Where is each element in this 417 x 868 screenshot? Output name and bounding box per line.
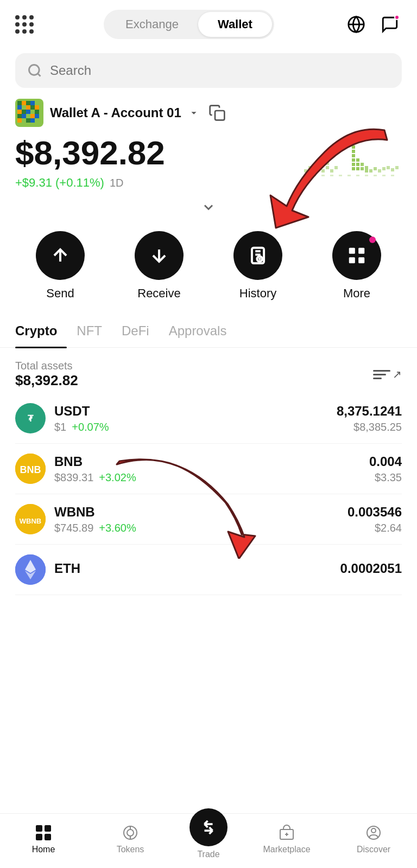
svg-text:WBNB: WBNB bbox=[20, 517, 41, 525]
svg-rect-92 bbox=[45, 834, 51, 840]
messages-button[interactable] bbox=[378, 12, 402, 36]
svg-rect-14 bbox=[17, 110, 22, 114]
list-item[interactable]: ₮ USDT $1 +0.07% 8,375.1241 $8,385.25 bbox=[15, 393, 402, 444]
history-icon bbox=[248, 245, 268, 266]
svg-point-101 bbox=[371, 828, 376, 833]
nav-marketplace-label: Marketplace bbox=[263, 845, 310, 854]
tab-defi[interactable]: DeFi bbox=[112, 323, 159, 347]
svg-rect-64 bbox=[330, 175, 333, 176]
token-logo-eth bbox=[15, 554, 46, 585]
svg-rect-32 bbox=[313, 169, 316, 173]
svg-rect-17 bbox=[30, 110, 35, 114]
trade-button[interactable] bbox=[189, 808, 228, 846]
receive-button[interactable]: Receive bbox=[135, 231, 184, 301]
token-name: WBNB bbox=[54, 505, 339, 520]
svg-rect-52 bbox=[365, 166, 368, 169]
svg-rect-27 bbox=[30, 118, 35, 123]
search-input[interactable] bbox=[50, 63, 390, 78]
tab-nft[interactable]: NFT bbox=[67, 323, 112, 347]
token-name: BNB bbox=[54, 454, 361, 469]
token-change: +3.02% bbox=[99, 471, 136, 484]
assets-header: Total assets $8,392.82 ↗ bbox=[0, 348, 417, 393]
token-usd: $3.35 bbox=[369, 471, 402, 484]
svg-rect-57 bbox=[382, 167, 386, 170]
svg-rect-28 bbox=[35, 118, 39, 123]
nav-trade[interactable]: Trade bbox=[174, 819, 243, 859]
tab-crypto[interactable]: Crypto bbox=[15, 323, 67, 347]
svg-rect-42 bbox=[352, 150, 355, 153]
list-item[interactable]: BNB BNB $839.31 +3.02% 0.004 $3.35 bbox=[15, 444, 402, 494]
svg-rect-89 bbox=[36, 825, 42, 832]
svg-rect-20 bbox=[22, 114, 26, 118]
svg-rect-50 bbox=[361, 163, 364, 166]
sort-arrow-icon: ↗ bbox=[393, 368, 402, 381]
svg-rect-91 bbox=[45, 825, 51, 832]
svg-rect-18 bbox=[35, 110, 39, 114]
token-info-wbnb: WBNB $745.89 +3.60% bbox=[54, 505, 339, 534]
svg-rect-31 bbox=[308, 166, 312, 169]
token-name: USDT bbox=[54, 404, 328, 419]
svg-rect-34 bbox=[321, 169, 325, 173]
tab-approvals[interactable]: Approvals bbox=[159, 323, 237, 347]
trade-icon bbox=[199, 818, 218, 837]
sort-button[interactable]: ↗ bbox=[373, 368, 402, 381]
token-values: 0.003546 $2.64 bbox=[348, 505, 402, 534]
nav-home[interactable]: Home bbox=[0, 824, 87, 854]
token-usd: $8,385.25 bbox=[337, 421, 402, 433]
dropdown-icon[interactable] bbox=[188, 107, 200, 119]
svg-rect-25 bbox=[22, 118, 26, 123]
wallet-tab[interactable]: Wallet bbox=[198, 12, 272, 37]
svg-rect-47 bbox=[356, 158, 359, 162]
token-change: +3.60% bbox=[99, 522, 136, 534]
svg-rect-62 bbox=[313, 175, 316, 176]
svg-rect-68 bbox=[365, 175, 368, 176]
svg-rect-44 bbox=[352, 158, 355, 162]
svg-rect-43 bbox=[352, 154, 355, 157]
more-button[interactable]: More bbox=[332, 231, 381, 301]
svg-rect-60 bbox=[395, 166, 399, 169]
nav-discover[interactable]: Discover bbox=[330, 824, 417, 854]
notification-dot bbox=[394, 15, 400, 20]
svg-rect-35 bbox=[326, 166, 329, 169]
svg-rect-63 bbox=[321, 175, 325, 176]
exchange-tab[interactable]: Exchange bbox=[106, 12, 198, 37]
nav-tokens-label: Tokens bbox=[117, 845, 144, 854]
svg-rect-12 bbox=[30, 105, 35, 110]
token-amount: 0.003546 bbox=[348, 505, 402, 520]
svg-rect-41 bbox=[352, 145, 355, 149]
svg-rect-10 bbox=[22, 105, 26, 110]
token-price: $839.31 bbox=[54, 471, 93, 484]
assets-total-value: $8,392.82 bbox=[15, 372, 78, 389]
svg-point-2 bbox=[29, 65, 40, 75]
token-values: 8,375.1241 $8,385.25 bbox=[337, 404, 402, 433]
nav-tokens[interactable]: Tokens bbox=[87, 824, 174, 854]
more-notification-dot bbox=[369, 237, 376, 243]
svg-rect-69 bbox=[374, 175, 377, 176]
svg-rect-45 bbox=[352, 163, 355, 166]
copy-icon[interactable] bbox=[208, 104, 226, 122]
svg-rect-5 bbox=[17, 101, 22, 105]
token-amount: 0.004 bbox=[369, 454, 402, 469]
history-button[interactable]: History bbox=[233, 231, 282, 301]
grid-menu-icon[interactable] bbox=[15, 15, 34, 34]
svg-rect-65 bbox=[339, 175, 342, 176]
home-icon-shape bbox=[35, 824, 52, 841]
nav-home-label: Home bbox=[32, 845, 55, 854]
action-buttons: Send Receive History bbox=[0, 220, 417, 306]
svg-rect-24 bbox=[17, 118, 22, 123]
list-item[interactable]: ETH 0.0002051 bbox=[15, 545, 402, 595]
svg-rect-78 bbox=[349, 248, 355, 254]
svg-rect-46 bbox=[352, 167, 355, 170]
token-price-row: $1 +0.07% bbox=[54, 421, 328, 433]
collapse-button[interactable] bbox=[0, 190, 417, 220]
search-bar[interactable] bbox=[15, 53, 402, 88]
globe-button[interactable] bbox=[344, 12, 368, 36]
token-usd: $2.64 bbox=[348, 522, 402, 534]
nav-marketplace[interactable]: Marketplace bbox=[243, 824, 330, 854]
svg-rect-51 bbox=[361, 167, 364, 170]
svg-rect-19 bbox=[17, 114, 22, 118]
list-item[interactable]: WBNB WBNB $745.89 +3.60% 0.003546 $2.64 bbox=[15, 494, 402, 545]
send-button[interactable]: Send bbox=[36, 231, 85, 301]
svg-text:BNB: BNB bbox=[20, 464, 41, 475]
svg-rect-37 bbox=[330, 169, 333, 173]
